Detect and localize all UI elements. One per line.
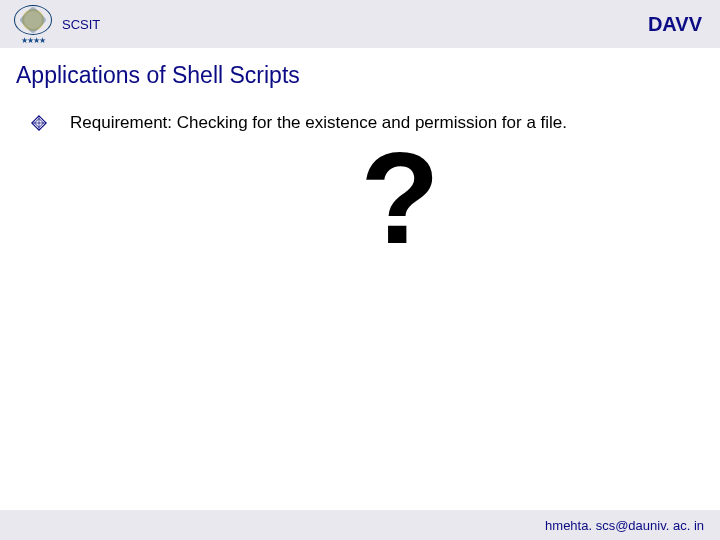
bullet-text: Requirement: Checking for the existence … [70, 113, 567, 133]
header-right-label: DAVV [648, 13, 702, 36]
header-left-label: SCSIT [62, 17, 100, 32]
footer-email: hmehta. scs@dauniv. ac. in [545, 518, 704, 533]
question-mark-symbol: ? [80, 123, 720, 273]
diamond-bullet-icon [30, 114, 48, 132]
slide-footer: hmehta. scs@dauniv. ac. in [0, 510, 720, 540]
slide-title: Applications of Shell Scripts [16, 62, 720, 89]
slide-header: ★★★★ SCSIT DAVV [0, 0, 720, 48]
institution-logo: ★★★★ [14, 5, 52, 43]
slide-content: Requirement: Checking for the existence … [0, 89, 720, 273]
